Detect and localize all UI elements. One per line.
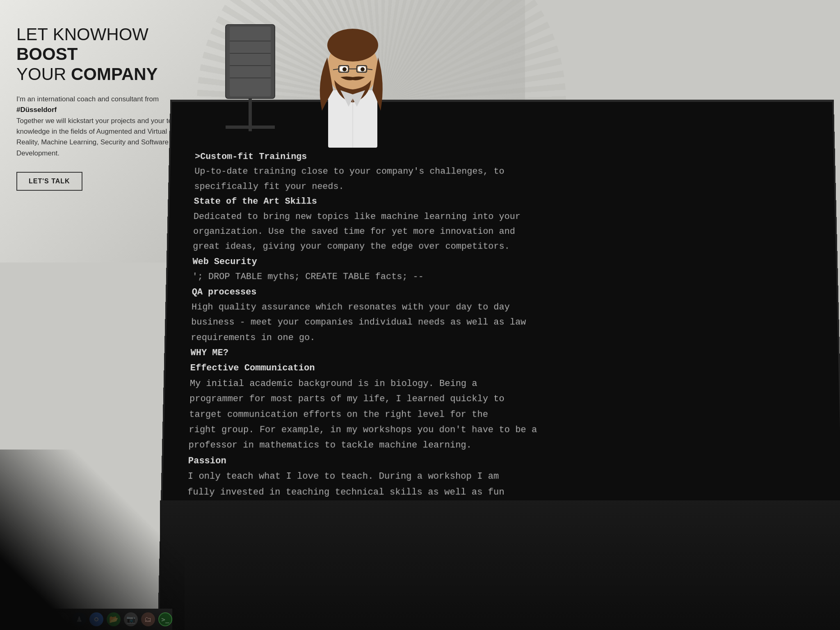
terminal-line: Passion (188, 453, 816, 469)
terminal-line: fully invested in teaching technical ski… (187, 484, 817, 500)
subtext-intro: I'm an international coach and consultan… (16, 95, 159, 103)
terminal-line: '; DROP TABLE myths; CREATE TABLE facts;… (192, 269, 812, 285)
terminal-line: Dedicated to bring new topics like machi… (193, 209, 810, 224)
terminal-line: State of the Art Skills (194, 194, 810, 209)
svg-rect-1 (230, 27, 271, 96)
terminal-line: right group. For example, in my workshop… (189, 422, 815, 438)
website-content-area: LET KNOWHOW BOOST YOUR COMPANY I'm an in… (16, 25, 189, 191)
headline-company: COMPANY (71, 64, 158, 84)
svg-point-14 (342, 67, 347, 71)
subtext-body: Together we will kickstart your projects… (16, 117, 187, 157)
headline-knowhow: KNOWHOW (53, 25, 148, 44)
scene-background: LET KNOWHOW BOOST YOUR COMPANY I'm an in… (0, 0, 840, 630)
terminal-line: organization. Use the saved time for yet… (193, 224, 811, 239)
terminal-line: Effective Communication (190, 361, 814, 376)
bottom-left-shadow (0, 450, 185, 630)
lets-talk-button[interactable]: LET'S TALK (16, 172, 82, 191)
terminal-line: requirements in one go. (191, 330, 813, 345)
terminal-line: I only teach what I love to teach. Durin… (187, 469, 816, 484)
terminal-line: My initial academic background is in bio… (189, 376, 814, 391)
terminal-line: Up-to-date training close to your compan… (194, 164, 810, 179)
hashtag-dusseldorf: #Düsseldorf (16, 106, 57, 114)
microphone-illustration (201, 21, 299, 137)
terminal-line: business - meet your companies individua… (191, 315, 813, 330)
svg-point-15 (361, 67, 365, 71)
terminal-text-area: >Custom-fit Trainings Up-to-date trainin… (187, 149, 817, 516)
terminal-line: QA processes (192, 285, 812, 300)
terminal-line: WHY ME? (190, 345, 814, 361)
terminal-line: programmer for most parts of my life, I … (189, 391, 815, 407)
headline-let: LET (16, 25, 48, 44)
laptop-body (160, 500, 840, 630)
headline-your: YOUR (16, 64, 66, 84)
terminal-line: >Custom-fit Trainings (195, 149, 810, 164)
terminal-line: specifically fit your needs. (194, 179, 810, 194)
headline-boost: BOOST (16, 44, 78, 64)
terminal-line: Web Security (192, 254, 812, 269)
svg-point-11 (327, 29, 378, 62)
main-headline: LET KNOWHOW BOOST YOUR COMPANY (16, 25, 189, 84)
terminal-line: High quality assurance which resonates w… (192, 300, 813, 315)
terminal-line: target communication efforts on the righ… (189, 407, 815, 422)
terminal-line: professor in mathematics to tackle machi… (188, 438, 816, 453)
terminal-line: great ideas, giving your company the edg… (193, 239, 811, 254)
character-illustration (308, 8, 398, 149)
website-subtext: I'm an international coach and consultan… (16, 94, 189, 159)
